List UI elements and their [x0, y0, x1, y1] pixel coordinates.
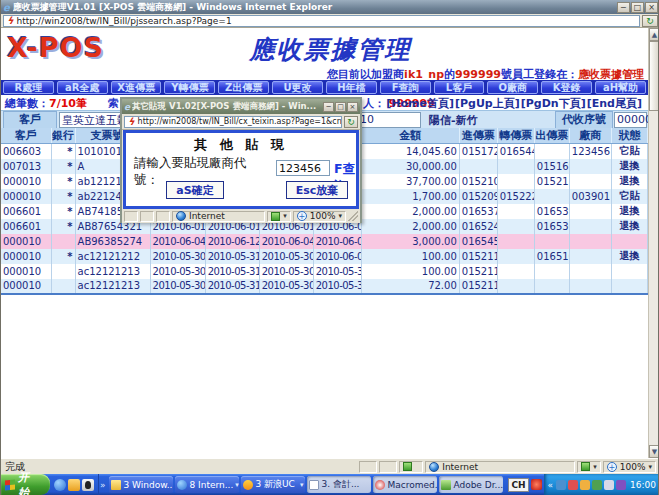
pagination-link[interactable]: [PgUp上頁] — [455, 97, 520, 110]
cell-in-voucher — [459, 159, 497, 174]
menu-button[interactable]: aR全處 — [57, 81, 108, 94]
tray-icon-5[interactable] — [604, 480, 614, 490]
cell-amount: 14,045.60 — [361, 144, 459, 159]
vendor-code-input[interactable] — [276, 160, 330, 176]
minimize-button[interactable]: ─ — [617, 2, 630, 13]
pagination-link[interactable]: [PgDn下頁] — [521, 97, 586, 110]
menu-button[interactable]: X進傳票 — [111, 81, 162, 94]
menu-button[interactable]: U更改 — [272, 81, 323, 94]
scroll-up-button[interactable]: ▲ — [649, 28, 659, 41]
ql-ie[interactable] — [54, 479, 66, 491]
overflow-chevron-icon[interactable]: » — [99, 480, 107, 490]
zoom-control[interactable]: +100%▾ — [603, 461, 656, 473]
tray-icon-3[interactable] — [580, 480, 590, 490]
menu-button[interactable]: L客戶 — [434, 81, 485, 94]
task-buttons: 3 Window... ▾ 8 Intern... ▾ 3 新浪UC ▾ — [106, 476, 506, 493]
cell-amount: 3,000.00 — [361, 234, 459, 249]
menu-button[interactable]: R處理 — [3, 81, 54, 94]
table-header-cell: 狀態 — [611, 128, 647, 144]
cell-bank: * — [51, 189, 75, 204]
url-field[interactable]: ϟ http://win2008/tw/IN_Bill/pjssearch.as… — [3, 15, 640, 27]
cell-customer: 000010 — [1, 249, 51, 264]
start-button[interactable]: 开始 — [1, 474, 50, 495]
total-label: 總筆數： — [5, 97, 49, 110]
dialog-refresh-button[interactable]: ↻ — [344, 116, 358, 128]
protected-mode-segment[interactable]: ▾ — [577, 461, 601, 473]
table-row[interactable]: 000010 ac12121213 2010-05-30 2010-05-31 … — [1, 279, 648, 294]
refresh-button[interactable]: ↻ — [642, 15, 658, 27]
status-segment — [140, 211, 154, 222]
task-label: Adobe Dr... — [453, 480, 503, 490]
close-button[interactable]: × — [645, 2, 658, 13]
scrollbar-thumb[interactable] — [649, 41, 659, 111]
task-button[interactable]: Adobe Dr... — [439, 476, 503, 493]
cancel-button[interactable]: Esc放棄 — [286, 181, 348, 199]
cell-transfer-voucher — [497, 219, 534, 234]
tray-icon-1[interactable] — [556, 480, 566, 490]
cell-in-voucher: 015172 — [459, 144, 497, 159]
tray-icon-2[interactable] — [568, 480, 578, 490]
tray-chevron-icon[interactable]: « — [547, 480, 555, 490]
resize-grip[interactable] — [348, 211, 358, 221]
scroll-down-button[interactable]: ▼ — [649, 445, 659, 458]
dialog-maximize-button[interactable]: □ — [335, 102, 346, 112]
task-button[interactable]: 3. 會計... — [307, 476, 371, 493]
system-tray: « 16:00 — [544, 474, 659, 495]
pagination-link[interactable]: [Home首頁] — [386, 97, 454, 110]
cell-in-voucher: 015211 — [459, 249, 497, 264]
ql-qq[interactable] — [82, 479, 94, 491]
dropdown-icon: ▾ — [338, 212, 342, 220]
menu-button[interactable]: Y轉傳票 — [164, 81, 215, 94]
serial-label: 代收序號 — [555, 111, 613, 129]
cell-status: 退換 — [611, 249, 647, 264]
task-button[interactable]: 3 Window... ▾ — [109, 476, 173, 493]
menu-button[interactable]: H年檔 — [326, 81, 377, 94]
tray-icon-6[interactable] — [616, 480, 626, 490]
table-row[interactable]: 000010 * ac12121212 2010-05-30 2010-05-3… — [1, 249, 648, 264]
status-segment — [379, 461, 397, 473]
cell-vendor — [569, 159, 611, 174]
cell-customer: 000010 — [1, 264, 51, 279]
person-label: 人： — [363, 97, 385, 110]
confirm-button[interactable]: aS確定 — [166, 181, 224, 199]
folder-icon — [111, 480, 121, 490]
zoom-icon: + — [607, 462, 617, 472]
task-button[interactable]: 8 Intern... ▾ — [175, 476, 239, 493]
menu-button[interactable]: O廠商 — [487, 81, 538, 94]
vertical-scrollbar[interactable]: ▲ ▼ — [648, 28, 659, 458]
taskbar-clock: 16:00 — [630, 480, 656, 490]
task-label: 3 新浪UC — [255, 478, 294, 491]
dialog-url-field[interactable]: ϟ http://win2008/tw/IN_Bill/cx_teixin.as… — [124, 116, 342, 128]
dialog-zoom-control[interactable]: +100%▾ — [293, 211, 346, 222]
cell-bank: * — [51, 144, 75, 159]
menu-button[interactable]: K登錄 — [541, 81, 592, 94]
serial-input[interactable]: 000000 — [614, 112, 647, 128]
task-button[interactable]: Macromed... — [373, 476, 437, 493]
menu-button[interactable]: Z出傳票 — [218, 81, 269, 94]
maximize-button[interactable]: □ — [631, 2, 644, 13]
table-row[interactable]: 000010 ac12121213 2010-05-30 2010-05-31 … — [1, 264, 648, 279]
ql-mail[interactable] — [68, 479, 80, 491]
table-row[interactable]: 000010 AB96385274 2010-06-04 2010-06-12 … — [1, 234, 648, 249]
dialog-minimize-button[interactable]: ─ — [323, 102, 334, 112]
ime-icon[interactable] — [531, 479, 542, 490]
cell-customer: 006601 — [1, 219, 51, 234]
menu-button[interactable]: aH幫助 — [595, 81, 646, 94]
status-segment — [156, 211, 170, 222]
windows-flag-icon — [5, 479, 15, 490]
cell-status: 退換 — [611, 219, 647, 234]
cell-date-2: 2010-06-12 — [205, 234, 259, 249]
task-label: 3. 會計... — [321, 478, 359, 491]
cell-customer: 000010 — [1, 234, 51, 249]
task-button[interactable]: 3 新浪UC ▾ — [241, 476, 305, 493]
cell-bank: * — [51, 219, 75, 234]
pagination-link[interactable]: [End尾頁] — [587, 97, 642, 110]
table-header-cell: 銀行 — [51, 128, 75, 144]
mid-input[interactable]: 10 — [357, 112, 421, 128]
menu-button[interactable]: F查詢 — [380, 81, 431, 94]
protected-mode-segment[interactable]: ▾ — [267, 211, 291, 222]
tray-icon-4[interactable] — [592, 480, 602, 490]
dialog-close-button[interactable]: × — [347, 102, 358, 112]
cell-transfer-voucher — [497, 234, 534, 249]
language-indicator[interactable]: CH — [508, 478, 528, 492]
